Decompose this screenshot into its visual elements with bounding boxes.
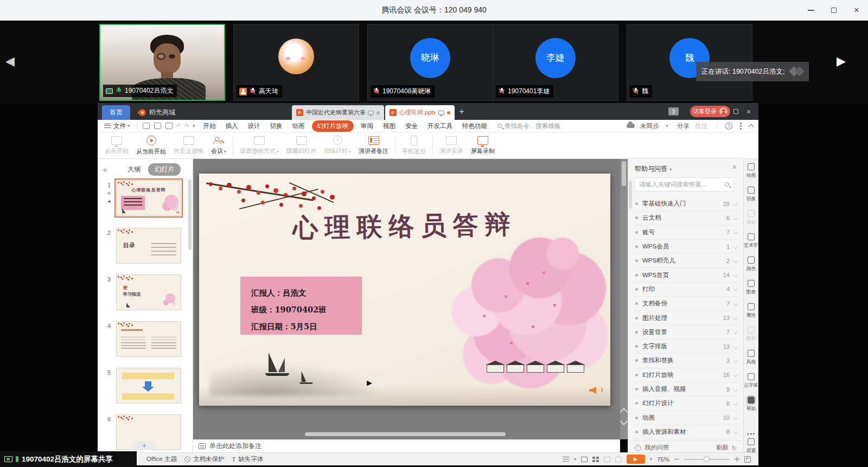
notes-toggle-icon[interactable] <box>563 457 569 462</box>
ribbon-speaker-notes[interactable]: 演讲者备注 <box>355 136 392 155</box>
help-topic-row[interactable]: 幻灯片设计 8 <box>634 396 738 411</box>
ribbon-rehearse[interactable]: 排练计时 <box>320 136 355 155</box>
sidebar-tool[interactable]: 动画 <box>746 163 756 187</box>
cast-view-icon[interactable] <box>615 457 622 462</box>
menu-insert[interactable]: 插入 <box>221 122 243 130</box>
video-tile[interactable]: 李婕 19070401李婕 <box>493 24 618 101</box>
menu-security[interactable]: 安全 <box>400 122 423 130</box>
maximize-button[interactable] <box>822 0 845 21</box>
status-theme[interactable]: Office 主题 <box>146 455 177 463</box>
wps-restore-button[interactable] <box>729 109 742 114</box>
zoom-slider-thumb[interactable] <box>704 456 710 462</box>
sidebar-tool[interactable]: 云字体 <box>743 373 759 396</box>
more-menu-icon[interactable] <box>740 125 742 127</box>
help-topic-row[interactable]: 文档备份 7 <box>634 297 738 311</box>
help-topic-row[interactable]: 插入音频、视频 9 <box>634 382 738 396</box>
video-tile[interactable]: 晓琳 19070408蔺晓琳 <box>367 24 493 101</box>
slide-sorter-icon[interactable] <box>592 457 599 462</box>
reading-view-icon[interactable] <box>604 457 610 462</box>
slide-thumbnail-4[interactable] <box>116 321 181 357</box>
help-topic-row[interactable]: 幻灯片放映 16 <box>634 368 738 382</box>
help-search-input[interactable] <box>635 181 725 188</box>
video-tile-speaker[interactable]: 19070402吕浩文 <box>99 24 225 101</box>
ribbon-phone-remote[interactable]: 手机遥控 <box>398 136 430 156</box>
menu-review[interactable]: 审阅 <box>356 122 378 130</box>
cloud-sync-icon[interactable] <box>627 124 635 128</box>
menu-start[interactable]: 开始 <box>199 122 221 130</box>
play-slideshow-button[interactable] <box>627 455 645 464</box>
slide-thumbnail-1[interactable]: 心理联络员答辩 <box>116 180 181 216</box>
notes-bar[interactable]: 单击此处添加备注 <box>193 439 620 452</box>
ribbon-record-lecture[interactable]: 演讲实录 <box>436 136 467 155</box>
my-questions-link[interactable]: 我的问答 <box>644 444 669 452</box>
normal-view-icon[interactable] <box>581 457 588 462</box>
menu-slideshow-active[interactable]: 幻灯片放映 <box>312 120 354 132</box>
ribbon-screen-record[interactable]: 屏幕录制 <box>467 136 499 155</box>
tab-store[interactable]: 稻壳商城 <box>132 105 182 120</box>
ribbon-custom-show[interactable]: 自定义放映 <box>170 136 207 155</box>
status-protection[interactable]: 文档未保护 <box>184 455 225 463</box>
menu-animation[interactable]: 动画 <box>288 122 310 130</box>
sidebar-tool[interactable]: 颜色 <box>746 257 756 280</box>
video-tile[interactable]: 高天琦 <box>233 24 359 101</box>
help-topic-row[interactable]: 账号 7 <box>634 226 738 240</box>
menu-devtools[interactable]: 开发工具 <box>423 122 457 130</box>
new-tab-button[interactable]: + <box>459 106 464 117</box>
help-topic-row[interactable]: 插入资源和素材 8 <box>634 425 738 439</box>
ribbon-hide-slide[interactable]: 隐藏幻灯片 <box>283 136 320 155</box>
ribbon-meeting[interactable]: 会议 <box>207 136 230 155</box>
next-slide-icon[interactable] <box>620 418 628 425</box>
redo-icon[interactable]: ↷ <box>184 123 189 130</box>
menu-transition[interactable]: 切换 <box>265 122 288 130</box>
zoom-slider[interactable] <box>684 459 730 460</box>
menu-view[interactable]: 视图 <box>378 122 400 130</box>
slide-thumbnail-2[interactable]: 目录 <box>116 228 181 264</box>
print-icon[interactable] <box>154 123 161 129</box>
refresh-icon[interactable]: ↻ <box>731 444 737 452</box>
zoom-in-button[interactable] <box>735 457 739 462</box>
help-topic-row[interactable]: 动画 10 <box>634 411 738 425</box>
help-panel-title[interactable]: 帮助与问答 <box>635 164 672 174</box>
collapse-ribbon-icon[interactable] <box>749 124 754 130</box>
help-topic-row[interactable]: 图片处理 13 <box>634 311 738 325</box>
sidebar-tool[interactable]: 图库 <box>746 327 756 350</box>
command-search[interactable]: 查找命令、搜索模板 <box>497 122 561 130</box>
panel-scrollbar[interactable] <box>188 180 192 250</box>
sidebar-tool[interactable]: 艺术字 <box>743 233 759 257</box>
slide-thumbnail-3[interactable]: 壹 学习情况 <box>116 274 181 310</box>
undo-icon[interactable]: ↶ <box>176 123 181 130</box>
ribbon-from-beginning[interactable]: 从头开始 <box>101 136 132 155</box>
menu-features[interactable]: 特色功能 <box>457 122 492 130</box>
horizontal-scrollbar[interactable] <box>305 432 506 436</box>
help-scrollbar[interactable] <box>629 181 632 209</box>
vertical-scrollbar[interactable] <box>620 159 628 439</box>
help-topic-row[interactable]: 设置背景 7 <box>634 325 738 340</box>
sidebar-tool[interactable]: 图表 <box>746 280 756 303</box>
minimize-button[interactable] <box>800 0 822 21</box>
help-topic-row[interactable]: 打印 4 <box>634 283 738 297</box>
help-topic-row[interactable]: 云文档 6 <box>634 211 738 225</box>
prev-page-icon[interactable]: ◀ <box>5 54 15 68</box>
wps-close-button[interactable]: × <box>742 107 755 116</box>
sidebar-tool[interactable]: 帮助 <box>746 396 756 420</box>
fit-to-window-icon[interactable] <box>744 456 751 463</box>
wps-minimize-button[interactable] <box>716 111 729 112</box>
tab-count-badge[interactable]: 3 <box>668 107 679 116</box>
zoom-out-button[interactable] <box>674 459 679 460</box>
tab-document-1[interactable]: P 中国近代史纲要第六章.pptx <box>292 105 384 120</box>
comment-button[interactable]: 批注 <box>695 122 707 130</box>
refresh-link[interactable]: 刷新 <box>716 444 729 452</box>
tab-slides-active[interactable]: 幻灯片 <box>148 163 181 176</box>
file-menu[interactable]: 文件 <box>113 122 126 130</box>
help-topic-row[interactable]: 零基础快速入门 29 <box>634 197 738 211</box>
sync-status[interactable]: 未同步 <box>640 122 659 130</box>
tab-outline[interactable]: 大纲 <box>127 165 141 174</box>
help-topic-row[interactable]: WPS会员 1 <box>634 240 738 254</box>
previous-slide-icon[interactable] <box>620 408 628 415</box>
sidebar-tool[interactable]: 切换 <box>746 187 756 210</box>
sidebar-tool[interactable]: 风格 <box>746 350 756 373</box>
next-page-icon[interactable]: ▶ <box>837 54 846 68</box>
menu-design[interactable]: 设计 <box>243 122 265 130</box>
quickbar-more-icon[interactable]: ▾ <box>193 123 195 129</box>
help-icon[interactable]: ? <box>725 123 732 130</box>
